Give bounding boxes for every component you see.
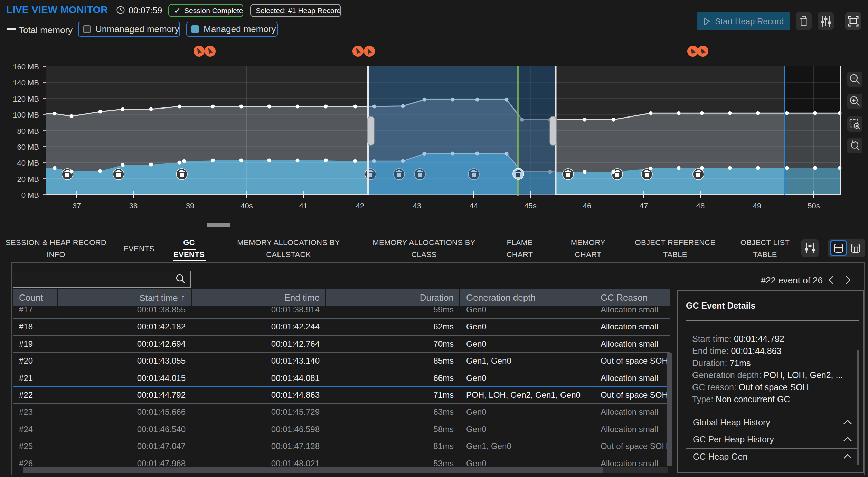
svg-text:49: 49 [753,202,761,210]
svg-text:80 MB: 80 MB [17,127,39,135]
svg-text:48: 48 [696,202,705,210]
svg-text:37: 37 [73,202,81,210]
svg-text:60 MB: 60 MB [17,143,39,151]
svg-text:41: 41 [299,202,308,210]
svg-text:44: 44 [470,202,478,210]
svg-text:0 MB: 0 MB [21,191,39,199]
svg-text:140 MB: 140 MB [13,78,39,87]
svg-text:43: 43 [413,202,421,210]
svg-text:40 MB: 40 MB [17,159,39,167]
svg-text:40s: 40s [240,202,253,210]
svg-text:47: 47 [640,202,648,210]
svg-text:46: 46 [583,202,591,210]
svg-text:45s: 45s [524,202,536,210]
svg-text:100 MB: 100 MB [13,111,39,119]
svg-text:39: 39 [186,202,194,210]
svg-text:20 MB: 20 MB [17,175,39,184]
svg-text:50s: 50s [808,202,820,210]
svg-text:38: 38 [129,202,138,210]
svg-text:42: 42 [356,202,364,210]
svg-text:120 MB: 120 MB [13,95,39,103]
svg-text:160 MB: 160 MB [13,63,39,71]
